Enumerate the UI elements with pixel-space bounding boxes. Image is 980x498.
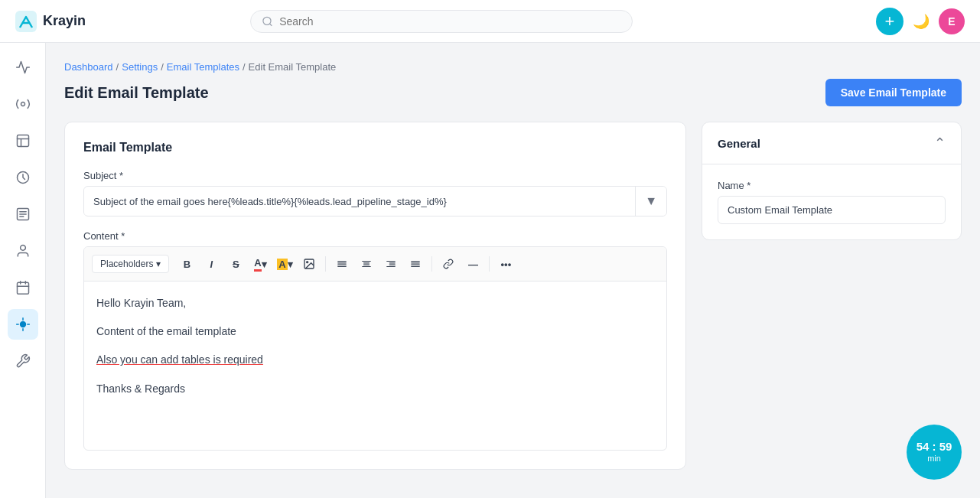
general-panel-header: General ⌃ xyxy=(702,122,961,164)
svg-rect-7 xyxy=(17,282,28,294)
bold-button[interactable]: B xyxy=(175,253,198,275)
sidebar-item-tasks[interactable] xyxy=(8,125,38,156)
general-panel-title: General xyxy=(718,137,760,150)
toolbar-separator-3 xyxy=(489,256,490,272)
svg-point-6 xyxy=(20,246,25,251)
sidebar-item-connections[interactable] xyxy=(8,89,38,119)
svg-point-8 xyxy=(19,321,25,327)
timer-value: 54 : 59 xyxy=(917,440,952,454)
editor-content[interactable]: Hello Krayin Team, Content of the email … xyxy=(84,282,666,450)
svg-rect-0 xyxy=(15,11,37,32)
editor-line-4: Thanks & Regards xyxy=(96,379,654,399)
svg-point-10 xyxy=(307,262,308,263)
breadcrumb-email-templates[interactable]: Email Templates xyxy=(167,61,239,73)
svg-rect-3 xyxy=(17,135,28,147)
sidebar-item-contacts[interactable] xyxy=(8,236,38,266)
align-right-button[interactable] xyxy=(379,253,402,275)
name-label: Name * xyxy=(718,180,946,191)
name-input[interactable] xyxy=(718,196,946,224)
page-title: Edit Email Template xyxy=(64,84,209,102)
subject-label: Subject * xyxy=(83,170,667,181)
top-navigation: Krayin + 🌙 E xyxy=(0,0,980,43)
underline-text: Also you can add tables is required xyxy=(96,353,263,366)
layout: Dashboard / Settings / Email Templates /… xyxy=(0,43,980,498)
email-template-card-title: Email Template xyxy=(83,141,667,155)
justify-button[interactable] xyxy=(404,253,427,275)
content-grid: Email Template Subject * ▼ Content * Pla… xyxy=(64,122,962,470)
more-options-button[interactable]: ••• xyxy=(494,253,517,275)
italic-button[interactable]: I xyxy=(200,253,223,275)
subject-input[interactable] xyxy=(84,188,635,215)
sidebar-item-active[interactable] xyxy=(8,309,38,340)
subject-dropdown-button[interactable]: ▼ xyxy=(635,187,666,216)
align-left-button[interactable] xyxy=(330,253,353,275)
link-button[interactable] xyxy=(437,253,460,275)
save-email-template-button[interactable]: Save Email Template xyxy=(825,79,962,106)
svg-point-1 xyxy=(263,17,271,24)
editor-wrapper: Placeholders ▾ B I S A▾ A▾ xyxy=(83,246,667,451)
logo-icon xyxy=(15,11,37,32)
email-template-card: Email Template Subject * ▼ Content * Pla… xyxy=(64,122,686,470)
timer-bubble: 54 : 59 min xyxy=(907,425,962,480)
align-center-button[interactable] xyxy=(355,253,378,275)
app-name: Krayin xyxy=(43,13,86,29)
text-color-button[interactable]: A▾ xyxy=(249,253,272,275)
general-panel: General ⌃ Name * xyxy=(702,122,962,240)
strikethrough-button[interactable]: S xyxy=(224,253,247,275)
search-icon xyxy=(262,15,273,28)
page-header: Edit Email Template Save Email Template xyxy=(64,79,962,106)
sidebar xyxy=(0,43,46,498)
breadcrumb-current: Edit Email Template xyxy=(249,61,337,73)
main-content: Dashboard / Settings / Email Templates /… xyxy=(46,43,980,498)
content-label: Content * xyxy=(83,230,667,242)
breadcrumb-dashboard[interactable]: Dashboard xyxy=(64,61,113,73)
toolbar-separator-2 xyxy=(431,256,432,272)
search-input[interactable] xyxy=(279,15,621,28)
editor-toolbar: Placeholders ▾ B I S A▾ A▾ xyxy=(84,247,666,282)
sidebar-item-clock[interactable] xyxy=(8,162,38,193)
highlight-button[interactable]: A▾ xyxy=(273,253,296,275)
theme-toggle-icon[interactable]: 🌙 xyxy=(913,13,930,30)
editor-line-1: Hello Krayin Team, xyxy=(96,294,654,313)
collapse-icon[interactable]: ⌃ xyxy=(934,135,946,151)
sidebar-item-activity[interactable] xyxy=(8,52,38,83)
sidebar-item-calendar[interactable] xyxy=(8,272,38,303)
toolbar-separator-1 xyxy=(325,256,326,272)
sidebar-item-settings[interactable] xyxy=(8,346,38,376)
search-bar[interactable] xyxy=(250,10,633,33)
svg-point-2 xyxy=(21,103,24,106)
editor-line-2: Content of the email template xyxy=(96,322,654,341)
nav-right: + 🌙 E xyxy=(876,8,965,35)
horizontal-rule-button[interactable]: — xyxy=(461,253,484,275)
logo: Krayin xyxy=(15,11,122,32)
add-button[interactable]: + xyxy=(876,8,903,35)
breadcrumb: Dashboard / Settings / Email Templates /… xyxy=(64,61,962,73)
sidebar-item-notes[interactable] xyxy=(8,199,38,229)
placeholders-button[interactable]: Placeholders ▾ xyxy=(92,255,169,273)
editor-line-3: Also you can add tables is required xyxy=(96,350,654,369)
avatar[interactable]: E xyxy=(939,8,965,34)
timer-label: min xyxy=(927,454,941,464)
breadcrumb-settings[interactable]: Settings xyxy=(122,61,158,73)
general-panel-body: Name * xyxy=(702,164,961,239)
image-button[interactable] xyxy=(298,253,321,275)
subject-field-row: ▼ xyxy=(83,186,667,216)
